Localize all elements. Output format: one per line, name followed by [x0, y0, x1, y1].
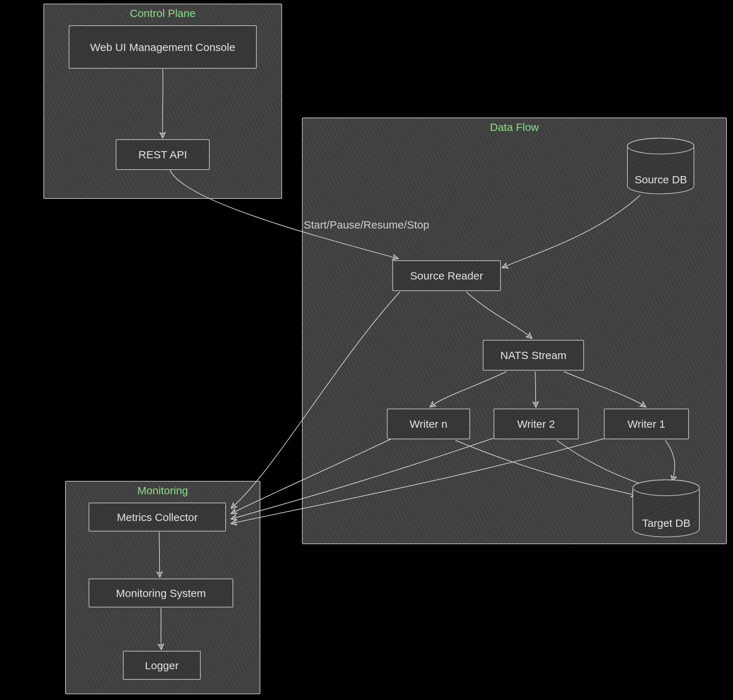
node-target-db: Target DB: [631, 479, 702, 529]
node-label: Logger: [145, 659, 179, 672]
node-label: Writer 2: [517, 417, 555, 431]
node-label: Web UI Management Console: [90, 40, 235, 54]
node-source-reader: Source Reader: [392, 260, 501, 291]
node-label: Writer 1: [627, 417, 665, 431]
node-writer-1: Writer 1: [604, 409, 689, 439]
node-label: Metrics Collector: [117, 510, 197, 524]
node-label: REST API: [138, 147, 187, 162]
node-label: Target DB: [631, 517, 702, 529]
node-label: NATS Stream: [500, 348, 567, 362]
edge-label-start-pause: Start/Pause/Resume/Stop: [304, 219, 429, 231]
node-rest-api: REST API: [116, 139, 210, 170]
node-label: Source DB: [626, 174, 696, 186]
node-label: Writer n: [410, 417, 447, 431]
group-title-data-flow: Data Flow: [303, 121, 726, 134]
node-nats-stream: NATS Stream: [483, 340, 584, 371]
node-source-db: Source DB: [626, 137, 696, 186]
node-writer-n: Writer n: [387, 409, 470, 439]
node-web-ui: Web UI Management Console: [69, 25, 257, 69]
node-metrics-collector: Metrics Collector: [88, 503, 226, 531]
node-writer-2: Writer 2: [494, 409, 578, 439]
group-title-control-plane: Control Plane: [44, 7, 281, 19]
node-label: Monitoring System: [116, 586, 206, 600]
group-title-monitoring: Monitoring: [66, 484, 260, 497]
node-logger: Logger: [123, 651, 201, 680]
node-label: Source Reader: [410, 269, 483, 283]
node-monitoring-system: Monitoring System: [88, 578, 233, 607]
